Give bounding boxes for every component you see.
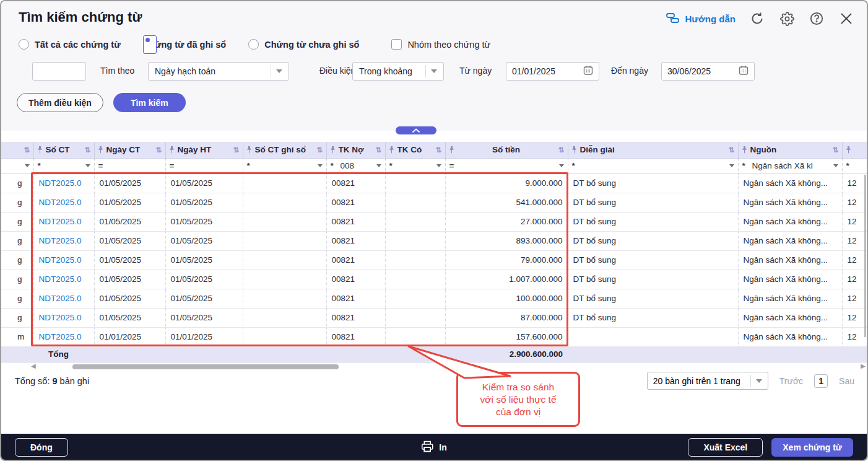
table-row[interactable]: gNDT2025.001/05/202501/05/20250082127.00…: [1, 212, 868, 231]
filter-dropdown-icon[interactable]: [729, 164, 734, 167]
prev-page-button[interactable]: Trước: [779, 376, 803, 386]
cell-so_ct[interactable]: NDT2025.0: [33, 173, 94, 193]
current-page-number[interactable]: 1: [814, 374, 828, 388]
column-header-ngay_ct[interactable]: Ngày CT⇅: [94, 142, 165, 158]
add-condition-button[interactable]: Thêm điều kiện: [17, 93, 103, 112]
column-header-extra[interactable]: [842, 142, 868, 158]
page-size-select[interactable]: 20 bàn ghi trên 1 trang: [647, 372, 768, 390]
cell-so_ct[interactable]: NDT2025.0: [33, 193, 94, 212]
table-row[interactable]: gNDT2025.001/05/202501/05/20250082187.00…: [1, 308, 868, 327]
vertical-scrollbar-thumb[interactable]: [864, 175, 866, 337]
column-filter-dien_giai[interactable]: *: [568, 158, 738, 173]
sort-icon[interactable]: ⇅: [375, 146, 381, 154]
column-filter-so_tien[interactable]: =: [445, 158, 568, 173]
column-filter-ngay_ct[interactable]: =: [94, 158, 165, 173]
filter-dropdown-icon[interactable]: [833, 164, 838, 167]
filter-dropdown-icon[interactable]: [318, 164, 323, 167]
horizontal-scrollbar[interactable]: ◀ ▶: [1, 364, 868, 370]
filter-dropdown-icon[interactable]: [25, 164, 30, 167]
radio-posted-documents[interactable]: Chứng từ đã ghi sổ: [143, 40, 227, 50]
cell-so_ct[interactable]: NDT2025.0: [33, 308, 94, 327]
cell-so_ct[interactable]: NDT2025.0: [33, 212, 94, 231]
sort-icon[interactable]: ⇅: [832, 146, 838, 154]
filter-operator[interactable]: *: [331, 161, 337, 170]
help-icon[interactable]: [809, 11, 825, 27]
filter-dropdown-icon[interactable]: [559, 164, 564, 167]
filter-operator[interactable]: =: [98, 161, 105, 170]
pin-icon[interactable]: [449, 146, 454, 154]
cell-so_ct[interactable]: NDT2025.0: [33, 327, 94, 346]
column-filter-tk_no[interactable]: *008: [326, 158, 385, 173]
guide-link[interactable]: Hướng dẫn: [666, 12, 736, 26]
radio-unposted-documents[interactable]: Chứng từ chưa ghi sổ: [248, 39, 359, 50]
to-date-input[interactable]: 30/06/2025: [661, 62, 755, 81]
pin-icon[interactable]: [246, 146, 252, 154]
close-icon[interactable]: [838, 11, 854, 27]
pin-icon[interactable]: [169, 146, 175, 154]
pin-icon[interactable]: [330, 146, 336, 154]
cell-so_ct[interactable]: NDT2025.0: [33, 250, 94, 270]
scroll-left-icon[interactable]: ◀: [31, 362, 36, 369]
filter-operator[interactable]: *: [742, 161, 749, 170]
print-button[interactable]: In: [421, 441, 446, 454]
filter-dropdown-icon[interactable]: [436, 164, 441, 167]
filter-value[interactable]: 008: [341, 161, 373, 170]
from-date-input[interactable]: 01/01/2025: [506, 62, 599, 81]
horizontal-scrollbar-thumb[interactable]: [72, 364, 339, 369]
table-row[interactable]: gNDT2025.001/05/202501/05/202500821893.0…: [1, 231, 868, 250]
column-filter-extra[interactable]: *: [842, 158, 868, 173]
filter-dropdown-icon[interactable]: [376, 164, 381, 167]
filter-operator[interactable]: *: [247, 161, 253, 170]
sort-icon[interactable]: ⇅: [24, 146, 30, 154]
pin-icon[interactable]: [742, 146, 747, 154]
column-header-so_ct[interactable]: Số CT⇅: [33, 142, 94, 158]
column-header-tk_no[interactable]: TK Nợ⇅: [326, 142, 385, 158]
sort-icon[interactable]: ⇅: [728, 146, 734, 154]
table-row[interactable]: mNDT2025.001/01/202501/01/202500821157.6…: [1, 327, 868, 346]
table-row[interactable]: gNDT2025.001/05/202501/05/2025008211.007…: [1, 270, 868, 289]
column-header-hidden[interactable]: ⇅: [1, 142, 33, 158]
filter-operator[interactable]: *: [389, 161, 396, 170]
condition-select[interactable]: Trong khoảng: [352, 62, 444, 81]
search-button[interactable]: Tìm kiếm: [113, 93, 186, 112]
filter-operator[interactable]: *: [846, 161, 853, 170]
cell-so_ct[interactable]: NDT2025.0: [33, 270, 94, 289]
pin-icon[interactable]: [389, 146, 394, 154]
sort-icon[interactable]: ⇅: [435, 146, 441, 154]
column-filter-nguon[interactable]: *Ngân sách Xã kl: [738, 158, 842, 173]
filter-operator[interactable]: *: [38, 161, 44, 170]
column-filter-so_ct[interactable]: *: [33, 158, 94, 173]
close-button[interactable]: Đóng: [15, 438, 68, 457]
cell-so_ct[interactable]: NDT2025.0: [33, 231, 94, 250]
column-header-dien_giai[interactable]: Diễn giải⇅: [568, 142, 738, 158]
table-row[interactable]: gNDT2025.001/05/202501/05/2025008219.000…: [1, 173, 868, 193]
column-filter-so_ct_ghi_so[interactable]: *: [243, 158, 326, 173]
filter-operator[interactable]: =: [170, 161, 176, 170]
next-page-button[interactable]: Sau: [839, 376, 854, 386]
sort-icon[interactable]: ⇅: [155, 146, 162, 154]
refresh-icon[interactable]: [749, 11, 765, 27]
column-filter-ngay_ht[interactable]: =: [165, 158, 243, 173]
collapse-filter-button[interactable]: [396, 126, 436, 134]
filter-operator[interactable]: =: [449, 161, 456, 170]
scroll-right-icon[interactable]: ▶: [861, 362, 866, 369]
sort-icon[interactable]: ⇅: [558, 146, 564, 154]
filter-dropdown-icon[interactable]: [85, 164, 90, 167]
radio-all-documents[interactable]: Tất cả các chứng từ: [19, 39, 121, 50]
column-filter-hidden[interactable]: [1, 158, 33, 173]
column-header-so_ct_ghi_so[interactable]: Số CT ghi sổ⇅: [243, 142, 326, 158]
filter-value[interactable]: Ngân sách Xã kl: [752, 161, 830, 170]
sort-icon[interactable]: ⇅: [316, 146, 323, 154]
table-row[interactable]: gNDT2025.001/05/202501/05/20250082179.00…: [1, 250, 868, 270]
sort-icon[interactable]: ⇅: [84, 146, 90, 154]
pin-icon[interactable]: [846, 146, 851, 154]
column-header-nguon[interactable]: Nguồn⇅: [738, 142, 842, 158]
cell-so_ct[interactable]: NDT2025.0: [33, 289, 94, 308]
view-document-button[interactable]: Xem chứng từ: [771, 438, 853, 457]
export-excel-button[interactable]: Xuất Excel: [688, 438, 763, 457]
pin-icon[interactable]: [571, 146, 577, 154]
column-header-ngay_ht[interactable]: Ngày HT⇅: [165, 142, 243, 158]
search-by-select[interactable]: Ngày hạch toán: [148, 62, 289, 81]
column-header-so_tien[interactable]: Số tiền⇅: [445, 142, 568, 158]
pin-icon[interactable]: [98, 146, 103, 154]
